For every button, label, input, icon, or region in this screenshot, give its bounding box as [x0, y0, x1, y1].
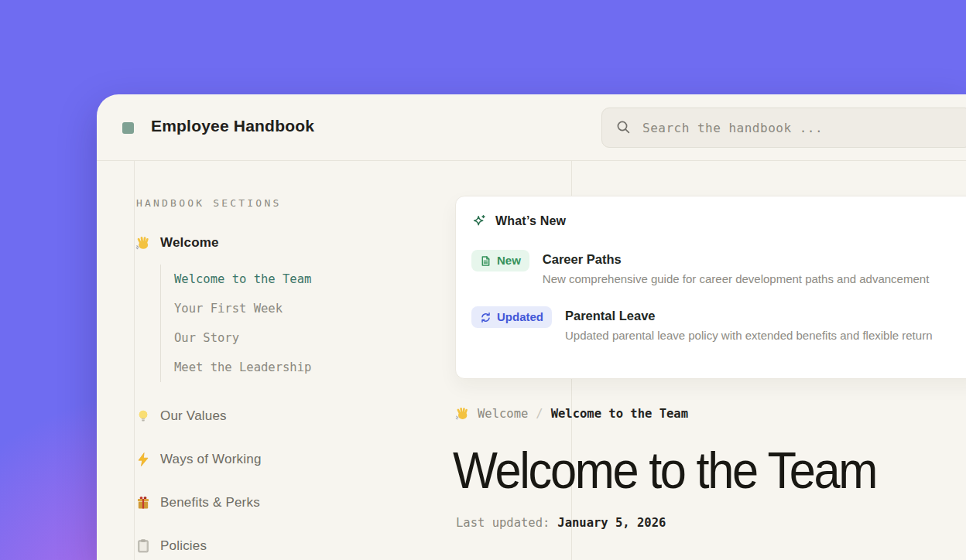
sidebar-item-label: Welcome — [160, 235, 219, 251]
refresh-icon — [480, 312, 492, 323]
light-bulb-icon — [135, 408, 151, 424]
sidebar-item-our-values[interactable]: Our Values — [135, 407, 468, 425]
sidebar-item-label: Benefits & Perks — [160, 495, 260, 510]
breadcrumb: Welcome / Welcome to the Team — [455, 406, 688, 421]
whats-new-header: What’s New — [471, 213, 966, 229]
sidebar-subitem-meet-the-leadership[interactable]: Meet the Leadership — [174, 353, 468, 382]
sparkle-icon — [471, 213, 487, 229]
sidebar-subitem-our-story[interactable]: Our Story — [174, 323, 468, 353]
whats-new-item-title: Parental Leave — [565, 309, 932, 323]
whats-new-item-title: Career Paths — [543, 252, 929, 267]
whats-new-card: What’s New New Career Paths New comprehe… — [455, 196, 966, 379]
sidebar-subitem-welcome-to-the-team[interactable]: Welcome to the Team — [174, 265, 468, 294]
whats-new-item-description: New comprehensive guide for career devel… — [543, 272, 929, 285]
last-updated-value: January 5, 2026 — [557, 516, 666, 530]
search-input[interactable]: Search the handbook ... — [601, 108, 966, 148]
sidebar-item-label: Policies — [160, 538, 207, 554]
last-updated-row: Last updated: January 5, 2026 — [456, 516, 666, 530]
breadcrumb-separator: / — [536, 407, 543, 421]
sidebar-section-label: HANDBOOK SECTIONS — [136, 197, 468, 209]
gift-icon — [135, 495, 151, 510]
breadcrumb-section[interactable]: Welcome — [478, 407, 528, 421]
sidebar-item-benefits-perks[interactable]: Benefits & Perks — [135, 493, 468, 512]
sidebar-item-welcome[interactable]: Welcome — [135, 234, 468, 252]
sidebar-item-label: Our Values — [160, 408, 227, 424]
handbook-sidebar: HANDBOOK SECTIONS — [135, 161, 468, 555]
whats-new-item-text: Parental Leave Updated parental leave po… — [565, 306, 932, 342]
page-title: Welcome to the Team — [453, 444, 876, 497]
search-placeholder: Search the handbook ... — [642, 121, 823, 135]
whats-new-title: What’s New — [495, 214, 566, 228]
app-title: Employee Handbook — [151, 117, 314, 135]
sidebar-item-ways-of-working[interactable]: Ways of Working — [135, 450, 468, 469]
lightning-bolt-icon — [135, 452, 151, 467]
sidebar-subitem-your-first-week[interactable]: Your First Week — [174, 294, 468, 323]
whats-new-item-description: Updated parental leave policy with exten… — [565, 329, 932, 342]
sidebar-item-policies[interactable]: Policies — [135, 537, 468, 555]
desktop-backdrop: Employee Handbook Search the handbook ..… — [0, 0, 966, 560]
document-icon — [480, 255, 492, 267]
app-header: Employee Handbook Search the handbook ..… — [97, 94, 966, 161]
whats-new-item-text: Career Paths New comprehensive guide for… — [543, 250, 929, 285]
search-icon — [616, 120, 632, 135]
sidebar-item-label: Ways of Working — [160, 452, 262, 467]
waving-hand-icon — [455, 406, 470, 421]
welcome-subsection-list: Welcome to the Team Your First Week Our … — [160, 265, 468, 382]
whats-new-item[interactable]: New Career Paths New comprehensive guide… — [471, 250, 966, 285]
clipboard-icon — [135, 538, 151, 554]
whats-new-item[interactable]: Updated Parental Leave Updated parental … — [471, 306, 966, 342]
waving-hand-icon — [135, 235, 151, 251]
handbook-app-window: Employee Handbook Search the handbook ..… — [97, 94, 966, 560]
app-logo-icon — [122, 122, 134, 134]
breadcrumb-page: Welcome to the Team — [551, 407, 688, 421]
badge-label: New — [497, 253, 521, 268]
last-updated-label: Last updated: — [456, 516, 550, 530]
badge-label: Updated — [497, 309, 543, 325]
new-badge: New — [471, 250, 529, 271]
updated-badge: Updated — [471, 306, 552, 328]
